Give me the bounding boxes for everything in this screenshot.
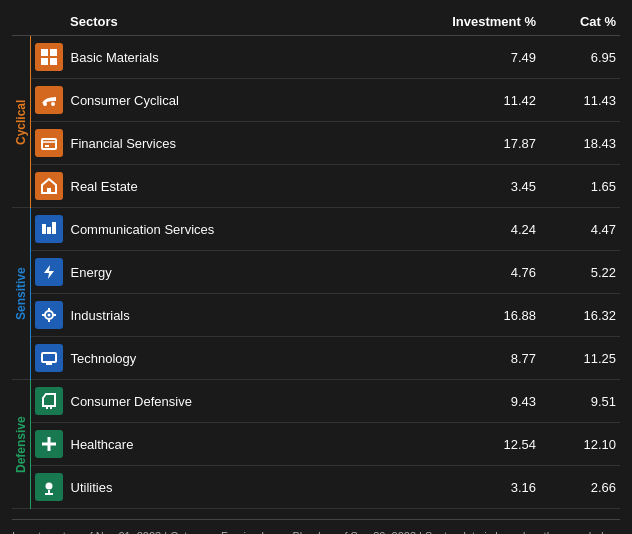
investment-value: 3.16 <box>420 466 540 509</box>
table-row: Sensitive Communication Services 4.244.4… <box>12 208 620 251</box>
sector-label: Industrials <box>71 308 130 323</box>
sector-label: Consumer Defensive <box>71 394 192 409</box>
table-row: Technology 8.7711.25 <box>12 337 620 380</box>
svg-rect-0 <box>41 49 48 56</box>
sector-name-cell: Healthcare <box>30 423 420 466</box>
energy-icon <box>35 258 63 286</box>
sector-label: Basic Materials <box>71 50 159 65</box>
table-row: Real Estate 3.451.65 <box>12 165 620 208</box>
sector-name-cell: Consumer Cyclical <box>30 79 420 122</box>
sector-name-cell: Industrials <box>30 294 420 337</box>
table-row: Industrials 16.8816.32 <box>12 294 620 337</box>
category-value: 18.43 <box>540 122 620 165</box>
category-value: 2.66 <box>540 466 620 509</box>
svg-point-4 <box>43 102 47 106</box>
group-label-sensitive: Sensitive <box>12 208 30 380</box>
table-row: Financial Services 17.8718.43 <box>12 122 620 165</box>
healthcare-icon <box>35 430 63 458</box>
investment-value: 8.77 <box>420 337 540 380</box>
investment-value: 16.88 <box>420 294 540 337</box>
category-value: 16.32 <box>540 294 620 337</box>
category-value: 11.25 <box>540 337 620 380</box>
consumer-defensive-icon <box>35 387 63 415</box>
svg-rect-19 <box>42 353 56 362</box>
svg-rect-7 <box>45 145 49 147</box>
svg-rect-9 <box>42 224 46 234</box>
category-value: 9.51 <box>540 380 620 423</box>
real-estate-icon <box>35 172 63 200</box>
svg-rect-17 <box>42 314 45 316</box>
sector-label: Technology <box>71 351 137 366</box>
category-value: 6.95 <box>540 36 620 79</box>
table-row: Healthcare 12.5412.10 <box>12 423 620 466</box>
svg-rect-15 <box>48 308 50 311</box>
svg-rect-1 <box>50 49 57 56</box>
sector-name-cell: Basic Materials <box>30 36 420 79</box>
basic-materials-icon <box>35 43 63 71</box>
group-header-spacer <box>12 8 30 36</box>
category-value: 11.43 <box>540 79 620 122</box>
sector-name-cell: Consumer Defensive <box>30 380 420 423</box>
sector-label: Consumer Cyclical <box>71 93 179 108</box>
sector-label: Financial Services <box>71 136 177 151</box>
table-row: Defensive Consumer Defensive 9.439.51 <box>12 380 620 423</box>
svg-rect-11 <box>52 222 56 234</box>
header-category: Cat % <box>540 8 620 36</box>
table-row: Consumer Cyclical 11.4211.43 <box>12 79 620 122</box>
footer-text: Investment as of Nov 01, 2023 | Category… <box>12 519 620 534</box>
sector-label: Healthcare <box>71 437 134 452</box>
communication-services-icon <box>35 215 63 243</box>
main-container: Sectors Investment % Cat % Cyclical Basi… <box>0 0 632 534</box>
sector-label: Utilities <box>71 480 113 495</box>
table-row: Cyclical Basic Materials 7.496.95 <box>12 36 620 79</box>
svg-point-5 <box>51 102 55 106</box>
investment-value: 12.54 <box>420 423 540 466</box>
svg-point-14 <box>47 314 50 317</box>
category-value: 1.65 <box>540 165 620 208</box>
svg-rect-2 <box>41 58 48 65</box>
svg-rect-18 <box>53 314 56 316</box>
category-value: 4.47 <box>540 208 620 251</box>
table-row: Utilities 3.162.66 <box>12 466 620 509</box>
svg-rect-3 <box>50 58 57 65</box>
sector-name-cell: Communication Services <box>30 208 420 251</box>
sector-label: Communication Services <box>71 222 215 237</box>
svg-rect-16 <box>48 319 50 322</box>
header-sectors: Sectors <box>30 8 420 36</box>
investment-value: 9.43 <box>420 380 540 423</box>
investment-value: 11.42 <box>420 79 540 122</box>
sector-name-cell: Energy <box>30 251 420 294</box>
sector-name-cell: Technology <box>30 337 420 380</box>
sectors-table: Sectors Investment % Cat % Cyclical Basi… <box>12 8 620 509</box>
sector-name-cell: Utilities <box>30 466 420 509</box>
technology-icon <box>35 344 63 372</box>
table-row: Energy 4.765.22 <box>12 251 620 294</box>
category-value: 5.22 <box>540 251 620 294</box>
category-value: 12.10 <box>540 423 620 466</box>
sector-label: Real Estate <box>71 179 138 194</box>
sector-name-cell: Real Estate <box>30 165 420 208</box>
group-label-cyclical: Cyclical <box>12 36 30 208</box>
svg-rect-6 <box>42 139 56 149</box>
financial-services-icon <box>35 129 63 157</box>
investment-value: 4.76 <box>420 251 540 294</box>
investment-value: 7.49 <box>420 36 540 79</box>
header-investment: Investment % <box>420 8 540 36</box>
investment-value: 3.45 <box>420 165 540 208</box>
sector-label: Energy <box>71 265 112 280</box>
svg-rect-10 <box>47 227 51 234</box>
investment-value: 4.24 <box>420 208 540 251</box>
investment-value: 17.87 <box>420 122 540 165</box>
sector-name-cell: Financial Services <box>30 122 420 165</box>
svg-marker-12 <box>44 265 54 279</box>
group-label-defensive: Defensive <box>12 380 30 509</box>
consumer-cyclical-icon <box>35 86 63 114</box>
svg-rect-8 <box>47 188 51 193</box>
utilities-icon <box>35 473 63 501</box>
svg-point-26 <box>45 483 52 490</box>
svg-rect-25 <box>42 443 56 446</box>
industrials-icon <box>35 301 63 329</box>
